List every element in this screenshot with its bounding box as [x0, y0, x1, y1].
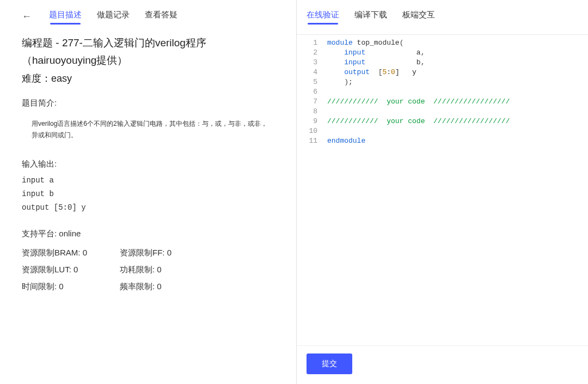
- limits-grid: 资源限制BRAM: 0 资源限制FF: 0 资源限制LUT: 0 功耗限制: 0…: [22, 248, 274, 292]
- platform-value: online: [59, 229, 81, 238]
- problem-title: 编程题 - 277-二输入逻辑门的verilog程序（hairuoyouying…: [22, 34, 274, 70]
- tab-problem-desc[interactable]: 题目描述: [49, 10, 82, 23]
- intro-label: 题目简介:: [22, 98, 274, 108]
- tab-board-interact[interactable]: 板端交互: [402, 10, 435, 23]
- limit-freq: 频率限制: 0: [120, 282, 218, 292]
- difficulty-label: 难度：: [22, 73, 51, 84]
- io-line-0: input a: [22, 174, 274, 187]
- problem-content: 编程题 - 277-二输入逻辑门的verilog程序（hairuoyouying…: [0, 34, 296, 384]
- tab-history[interactable]: 做题记录: [97, 10, 130, 23]
- left-panel: ← 题目描述 做题记录 查看答疑 编程题 - 277-二输入逻辑门的verilo…: [0, 0, 297, 384]
- platform-label: 支持平台:: [22, 229, 57, 238]
- submit-button[interactable]: 提交: [307, 353, 352, 374]
- code-editor[interactable]: 1234567891011 module top_module( input a…: [297, 34, 588, 345]
- io-line-2: output [5:0] y: [22, 201, 274, 215]
- tab-qa[interactable]: 查看答疑: [145, 10, 177, 23]
- code-gutter: 1234567891011: [297, 35, 323, 345]
- io-label: 输入输出:: [22, 159, 274, 169]
- tab-compile-download[interactable]: 编译下载: [354, 10, 387, 23]
- submit-bar: 提交: [297, 345, 588, 384]
- intro-text: 用verilog语言描述6个不同的2输入逻辑门电路，其中包括：与，或，与非，或非…: [22, 115, 274, 145]
- limit-time: 时间限制: 0: [22, 282, 120, 292]
- right-panel: 在线验证 编译下载 板端交互 1234567891011 module top_…: [297, 0, 588, 384]
- limit-lut: 资源限制LUT: 0: [22, 265, 120, 275]
- difficulty-line: 难度：easy: [22, 72, 274, 85]
- code-lines[interactable]: module top_module( input a, input b, out…: [323, 35, 588, 345]
- back-arrow-icon[interactable]: ←: [22, 11, 32, 22]
- left-tab-row: ← 题目描述 做题记录 查看答疑: [0, 10, 296, 34]
- limit-ff: 资源限制FF: 0: [120, 248, 218, 258]
- io-section: 输入输出: input a input b output [5:0] y: [22, 159, 274, 215]
- io-line-1: input b: [22, 187, 274, 201]
- platform-line: 支持平台: online: [22, 229, 274, 239]
- right-tab-row: 在线验证 编译下载 板端交互: [297, 10, 588, 34]
- limit-power: 功耗限制: 0: [120, 265, 218, 275]
- tab-online-verify[interactable]: 在线验证: [307, 10, 339, 23]
- limit-bram: 资源限制BRAM: 0: [22, 248, 120, 258]
- main-container: ← 题目描述 做题记录 查看答疑 编程题 - 277-二输入逻辑门的verilo…: [0, 0, 588, 384]
- difficulty-value: easy: [51, 73, 72, 84]
